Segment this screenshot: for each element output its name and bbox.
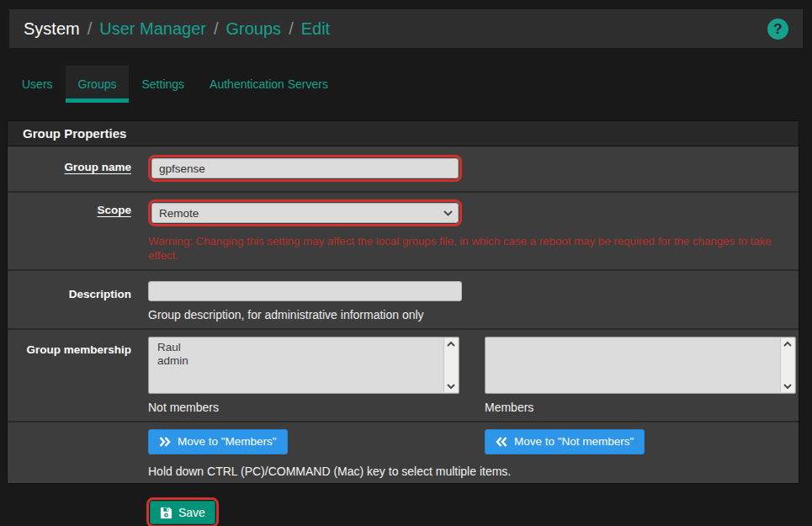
group-properties-panel: Group Properties Group name Scope Remote	[7, 120, 799, 484]
move-to-members-button[interactable]: Move to "Members"	[148, 429, 288, 454]
scroll-down-icon[interactable]	[783, 384, 792, 389]
list-item[interactable]: admin	[157, 354, 440, 368]
scroll-up-icon[interactable]	[783, 342, 792, 347]
members-caption: Members	[485, 401, 796, 414]
page: System / User Manager / Groups / Edit ? …	[0, 9, 812, 526]
double-chevron-right-icon	[159, 437, 171, 447]
members-listbox[interactable]	[485, 337, 796, 394]
group-name-row: Group name	[8, 146, 799, 193]
save-button[interactable]: Save	[150, 501, 215, 524]
membership-buttons-row: Move to "Members" Move to "Not members"	[8, 422, 799, 483]
scope-warning: Warning: Changing this setting may affec…	[148, 234, 788, 263]
tab-bar: Users Groups Settings Authentication Ser…	[9, 66, 812, 103]
move-to-not-members-button[interactable]: Move to "Not members"	[485, 429, 645, 454]
not-members-listbox[interactable]: Raul admin	[148, 337, 459, 394]
description-row: Description Group description, for admin…	[8, 271, 799, 330]
panel-title: Group Properties	[8, 121, 799, 146]
double-chevron-left-icon	[496, 437, 507, 447]
move-to-members-label: Move to "Members"	[178, 436, 277, 448]
breadcrumb-system: System	[24, 19, 80, 39]
scope-row: Scope Remote Warning: Changing this sett…	[8, 193, 799, 271]
save-area: Save	[146, 497, 812, 526]
breadcrumb-separator: /	[88, 19, 93, 39]
tab-users[interactable]: Users	[9, 66, 66, 103]
scroll-up-icon[interactable]	[447, 342, 455, 347]
description-input[interactable]	[148, 281, 462, 301]
breadcrumb-link-user-manager[interactable]: User Manager	[99, 19, 206, 39]
scope-select[interactable]: Remote	[151, 203, 459, 223]
breadcrumb-separator: /	[289, 19, 294, 39]
panel-body: Group name Scope Remote	[8, 146, 799, 483]
listbox-scrollbar[interactable]	[443, 338, 458, 392]
list-item[interactable]: Raul	[157, 341, 440, 354]
description-help: Group description, for administrative in…	[148, 308, 788, 321]
scope-highlight-ring: Remote	[148, 199, 462, 226]
tab-settings[interactable]: Settings	[129, 66, 197, 103]
move-to-not-members-label: Move to "Not members"	[514, 436, 634, 448]
save-icon	[160, 507, 172, 519]
breadcrumb-separator: /	[214, 19, 219, 39]
group-name-highlight-ring	[148, 155, 462, 182]
not-members-caption: Not members	[148, 401, 459, 414]
help-icon[interactable]: ?	[767, 19, 788, 40]
breadcrumb-link-edit[interactable]: Edit	[301, 19, 330, 39]
save-button-label: Save	[178, 506, 205, 519]
breadcrumb: System / User Manager / Groups / Edit ?	[9, 9, 803, 48]
multi-select-help: Hold down CTRL (PC)/COMMAND (Mac) key to…	[148, 465, 796, 478]
tab-groups[interactable]: Groups	[66, 66, 130, 103]
membership-row: Group membership Raul admin	[8, 330, 799, 422]
scroll-down-icon[interactable]	[447, 384, 455, 389]
description-label: Description	[8, 281, 148, 321]
group-name-input[interactable]	[151, 158, 459, 178]
group-membership-label: Group membership	[8, 337, 148, 414]
group-name-label: Group name	[8, 155, 148, 182]
listbox-scrollbar[interactable]	[780, 338, 794, 392]
save-highlight-ring: Save	[146, 497, 219, 526]
tab-authentication-servers[interactable]: Authentication Servers	[197, 66, 341, 103]
breadcrumb-link-groups[interactable]: Groups	[226, 19, 282, 39]
scope-label: Scope	[8, 199, 148, 263]
